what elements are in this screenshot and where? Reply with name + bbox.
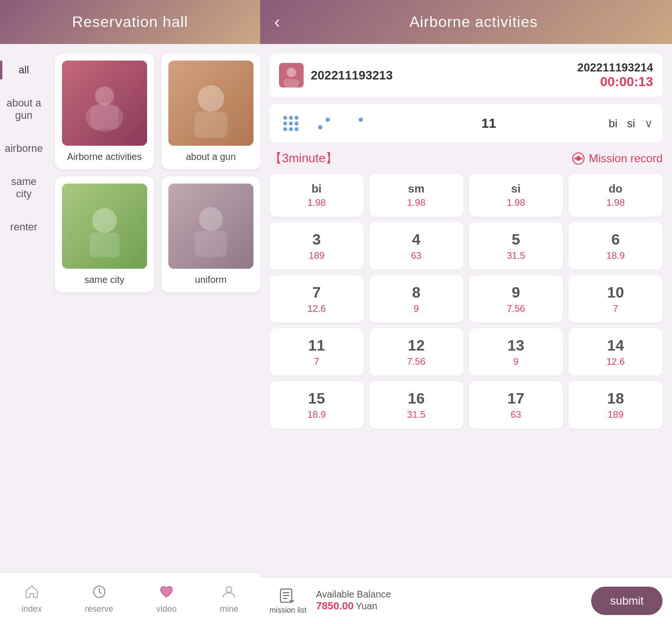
number-card-14[interactable]: 14 12.6 <box>568 328 663 376</box>
dice-label-bi: bi <box>609 117 618 130</box>
session-id-right: 202211193214 <box>577 61 653 74</box>
category-image-about-gun <box>168 61 253 146</box>
card-num-11: 11 <box>274 337 359 354</box>
info-bar: 202211193213 202211193214 00:00:13 <box>270 53 663 97</box>
svg-point-29 <box>326 118 330 122</box>
svg-point-32 <box>576 156 581 161</box>
sidebar-item-same-city[interactable]: same city <box>0 165 48 211</box>
svg-rect-9 <box>89 233 120 257</box>
dice-full[interactable] <box>279 112 303 135</box>
sidebar-item-renter[interactable]: renter <box>0 211 48 244</box>
card-odds-si: 1.98 <box>474 197 559 208</box>
sidebar-item-airborne[interactable]: airborne <box>0 132 48 165</box>
sidebar-item-about-gun[interactable]: about a gun <box>0 87 48 132</box>
category-label-uniform: uniform <box>195 274 227 285</box>
expand-icon[interactable]: ∨ <box>645 117 653 130</box>
mission-record-button[interactable]: Mission record <box>572 152 663 165</box>
card-num-6: 6 <box>573 231 658 248</box>
card-odds-17: 63 <box>474 409 559 420</box>
nav-item-index[interactable]: index <box>21 582 42 614</box>
card-odds-3: 189 <box>274 250 359 261</box>
categories-grid: Airborne activities about a gun <box>48 44 268 572</box>
svg-rect-6 <box>194 112 227 138</box>
number-card-9[interactable]: 9 7.56 <box>469 275 563 323</box>
card-odds-14: 12.6 <box>573 356 658 367</box>
number-card-11[interactable]: 11 7 <box>270 328 364 376</box>
number-card-6[interactable]: 6 18.9 <box>568 222 663 270</box>
dice-number: 11 <box>378 116 599 131</box>
number-card-sm[interactable]: sm 1.98 <box>369 174 463 217</box>
sidebar-item-all[interactable]: all <box>0 53 48 87</box>
nav-item-reserve[interactable]: reserve <box>85 582 113 614</box>
category-card-same-city[interactable]: same city <box>55 176 154 292</box>
number-card-4[interactable]: 4 63 <box>369 222 463 270</box>
card-num-13: 13 <box>474 337 559 354</box>
svg-point-2 <box>95 87 114 105</box>
svg-point-34 <box>581 158 583 159</box>
dice-partial-1[interactable] <box>312 112 336 135</box>
number-card-7[interactable]: 7 12.6 <box>270 275 364 323</box>
nav-item-video[interactable]: video <box>156 582 176 614</box>
card-odds-12: 7.56 <box>374 356 459 367</box>
number-cards-grid: bi 1.98 sm 1.98 si 1.98 do 1.98 3 189 4 <box>270 174 663 429</box>
dice-label-si: si <box>627 117 635 130</box>
number-card-8[interactable]: 8 9 <box>369 275 463 323</box>
svg-rect-3 <box>90 105 119 129</box>
number-card-do[interactable]: do 1.98 <box>568 174 663 217</box>
number-card-16[interactable]: 16 31.5 <box>369 381 463 429</box>
category-image-same-city <box>62 184 147 269</box>
card-odds-16: 31.5 <box>374 409 459 420</box>
svg-point-5 <box>198 85 224 112</box>
number-card-18[interactable]: 18 189 <box>568 381 663 429</box>
card-num-17: 17 <box>474 390 559 407</box>
card-num-9: 9 <box>474 284 559 301</box>
balance-unit: Yuan <box>356 601 377 611</box>
card-num-10: 10 <box>573 284 658 301</box>
svg-point-24 <box>295 122 298 125</box>
nav-item-mine[interactable]: mine <box>219 582 238 614</box>
info-right: 202211193214 00:00:13 <box>577 61 653 89</box>
svg-point-25 <box>283 127 287 131</box>
category-card-airborne[interactable]: Airborne activities <box>55 53 154 169</box>
mission-list-button[interactable]: mission list <box>270 587 306 615</box>
svg-point-28 <box>318 125 323 130</box>
number-card-bi[interactable]: bi 1.98 <box>270 174 364 217</box>
svg-point-11 <box>199 207 223 231</box>
category-label-same-city: same city <box>84 274 124 285</box>
category-card-uniform[interactable]: uniform <box>161 176 261 292</box>
submit-button[interactable]: submit <box>591 587 663 615</box>
bottom-bar: mission list Available Balance 7850.00 Y… <box>260 577 672 624</box>
svg-point-21 <box>295 116 298 120</box>
number-card-12[interactable]: 12 7.56 <box>369 328 463 376</box>
sidebar: all about a gun airborne same city rente… <box>0 44 48 572</box>
person-icon <box>219 582 238 601</box>
number-card-13[interactable]: 13 9 <box>469 328 563 376</box>
svg-point-19 <box>283 116 287 120</box>
number-card-17[interactable]: 17 63 <box>469 381 563 429</box>
countdown-timer: 00:00:13 <box>577 74 653 89</box>
back-button[interactable]: ‹ <box>274 14 280 31</box>
clock-icon <box>90 582 109 601</box>
card-odds-bi: 1.98 <box>274 197 359 208</box>
right-header-title: Airborne activities <box>289 13 658 31</box>
card-odds-sm: 1.98 <box>374 197 459 208</box>
number-card-3[interactable]: 3 189 <box>270 222 364 270</box>
svg-point-23 <box>289 122 293 125</box>
sidebar-label-renter: renter <box>10 221 37 233</box>
right-header: ‹ Airborne activities <box>260 0 672 44</box>
number-card-10[interactable]: 10 7 <box>568 275 663 323</box>
dice-single[interactable] <box>345 112 369 135</box>
card-label-sm: sm <box>374 182 459 195</box>
number-card-5[interactable]: 5 31.5 <box>469 222 563 270</box>
number-card-15[interactable]: 15 18.9 <box>270 381 364 429</box>
svg-point-27 <box>295 127 298 131</box>
category-card-about-gun[interactable]: about a gun <box>161 53 261 169</box>
card-odds-9: 7.56 <box>474 303 559 314</box>
sidebar-label-all: all <box>18 64 29 76</box>
card-odds-6: 18.9 <box>573 250 658 261</box>
nav-label-index: index <box>21 604 42 614</box>
round-label: 【3minute】 <box>270 150 338 167</box>
svg-point-22 <box>283 122 287 125</box>
number-card-si[interactable]: si 1.98 <box>469 174 563 217</box>
card-odds-18: 189 <box>573 409 658 420</box>
